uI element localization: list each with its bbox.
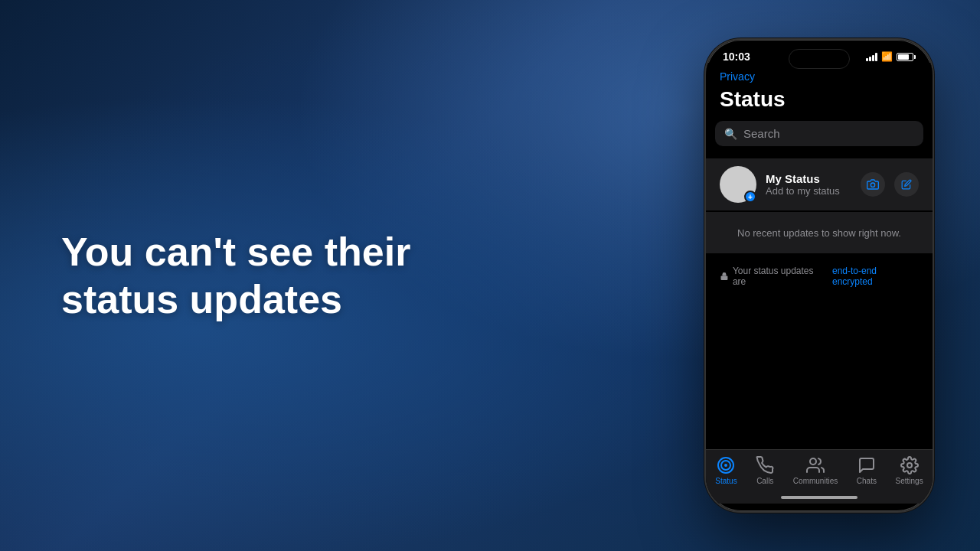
no-updates-section: No recent updates to show right now. [706, 212, 933, 253]
svg-rect-1 [720, 276, 727, 280]
status-info: My Status Add to my status [766, 172, 861, 197]
svg-point-6 [907, 463, 912, 468]
page-title: Status [706, 86, 933, 121]
lock-icon [720, 272, 729, 281]
app-content: Privacy Status 🔍 Search + My Status Add … [706, 63, 933, 504]
tab-calls-label: Calls [756, 477, 773, 485]
svg-point-4 [724, 464, 727, 467]
communities-tab-icon [806, 456, 825, 474]
search-placeholder: Search [743, 127, 780, 140]
status-actions [861, 172, 919, 197]
hero-text: You can't see their status updates [61, 228, 505, 324]
tab-status-label: Status [715, 477, 737, 485]
svg-point-5 [810, 458, 816, 465]
no-updates-text: No recent updates to show right now. [737, 227, 901, 239]
search-icon: 🔍 [724, 128, 737, 140]
status-tab-icon [717, 456, 735, 474]
phone-frame: 10:03 📶 Privacy [704, 38, 934, 513]
my-status-name: My Status [766, 172, 861, 185]
avatar-container: + [720, 166, 756, 203]
edit-button[interactable] [894, 172, 919, 197]
encryption-prefix: Your status updates are [733, 266, 828, 287]
status-icons: 📶 [866, 51, 916, 62]
tab-settings-label: Settings [896, 477, 923, 485]
chats-tab-icon [858, 456, 876, 474]
my-status-subtitle: Add to my status [766, 185, 861, 197]
dynamic-island [789, 49, 850, 69]
encryption-notice: Your status updates are end-to-end encry… [706, 253, 933, 299]
tab-status[interactable]: Status [715, 456, 737, 485]
wifi-icon: 📶 [881, 51, 893, 62]
tab-communities-label: Communities [793, 477, 838, 485]
tab-settings[interactable]: Settings [896, 456, 923, 485]
tab-calls[interactable]: Calls [756, 456, 774, 485]
tab-chats-label: Chats [857, 477, 877, 485]
settings-tab-icon [900, 456, 919, 474]
edit-icon [901, 179, 912, 190]
svg-point-0 [871, 183, 874, 187]
home-indicator [781, 496, 858, 499]
status-time: 10:03 [723, 51, 750, 63]
phone-wrapper: 10:03 📶 Privacy [704, 38, 934, 513]
my-status-row[interactable]: + My Status Add to my status [706, 158, 933, 210]
hero-message: You can't see their status updates [61, 230, 410, 321]
signal-bars-icon [866, 52, 877, 61]
camera-button[interactable] [861, 172, 885, 197]
tab-communities[interactable]: Communities [793, 456, 838, 485]
encryption-link[interactable]: end-to-end encrypted [832, 266, 919, 287]
camera-icon [867, 178, 879, 191]
add-status-badge[interactable]: + [744, 191, 756, 203]
battery-icon [897, 53, 916, 61]
search-bar[interactable]: 🔍 Search [715, 121, 923, 146]
calls-tab-icon [756, 456, 774, 474]
tab-chats[interactable]: Chats [857, 456, 877, 485]
